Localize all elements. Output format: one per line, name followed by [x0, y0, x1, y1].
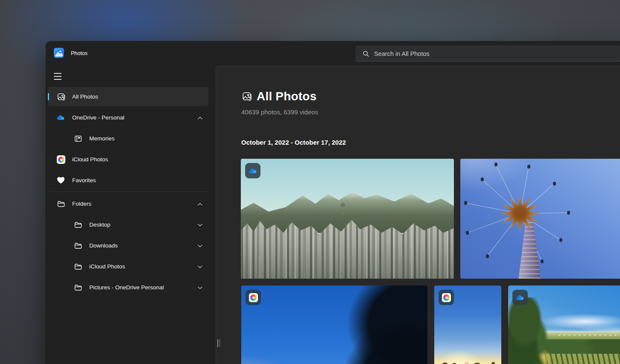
sidebar-item-label: iCloud Photos	[72, 156, 108, 163]
photo-stack-icon	[56, 92, 65, 101]
sidebar-item-label: Desktop	[89, 221, 111, 228]
desktop-background: { "window": { "app_title": "Photos", "se…	[0, 0, 620, 364]
photos-app-icon	[54, 48, 64, 58]
page-title: All Photos	[257, 90, 316, 103]
pane-resize-gripper[interactable]	[217, 339, 221, 347]
sidebar-item-icloud-photos[interactable]: iCloud Photos	[48, 150, 208, 169]
onedrive-badge	[245, 163, 260, 178]
app-title: Photos	[71, 50, 88, 56]
heart-icon	[56, 176, 65, 185]
photo-tree-silhouettes	[241, 285, 427, 364]
rider-silhouette	[559, 238, 562, 242]
folder-icon	[73, 283, 82, 292]
sidebar-item-label: Memories	[89, 135, 114, 142]
hamburger-menu-button[interactable]	[50, 69, 67, 84]
photo-thumbnail-dusk-bare-trees[interactable]	[241, 285, 427, 364]
rider-silhouette	[527, 165, 530, 169]
rider-silhouette	[481, 178, 484, 181]
chevron-down-icon[interactable]	[196, 283, 204, 292]
sidebar-item-icloud-photos-folder[interactable]: iCloud Photos	[48, 257, 208, 276]
library-counts: 40639 photos, 6399 videos	[241, 108, 318, 116]
search-input[interactable]	[374, 50, 620, 57]
onedrive-badge	[512, 290, 528, 305]
sidebar-item-label: iCloud Photos	[89, 263, 125, 270]
sidebar-item-label: Pictures - OneDrive Personal	[89, 284, 164, 291]
search-icon	[363, 50, 369, 57]
folder-icon	[56, 199, 65, 208]
main-content-panel: All Photos 40639 photos, 6399 videos Oct…	[216, 66, 620, 364]
title-bar: Photos	[46, 41, 620, 66]
folder-icon	[73, 262, 82, 271]
date-range-header[interactable]: October 1, 2022 - October 17, 2022	[241, 139, 346, 146]
icloud-badge	[439, 290, 454, 305]
icloud-flower-icon	[56, 155, 65, 164]
onedrive-cloud-icon	[56, 113, 65, 122]
sidebar-item-onedrive-personal[interactable]: OneDrive - Personal	[48, 108, 208, 127]
chevron-down-icon[interactable]	[196, 242, 204, 250]
icloud-badge	[246, 290, 261, 305]
sidebar-divider	[48, 192, 208, 192]
page-header: All Photos	[242, 90, 316, 103]
rider-silhouette	[541, 259, 544, 263]
photos-app-window: Photos All Photos	[46, 41, 620, 364]
photo-thumbnail-star-flyer-ride[interactable]	[460, 159, 620, 279]
rider-silhouette	[494, 163, 497, 166]
rider-silhouette	[486, 254, 489, 258]
rider-silhouette	[553, 182, 556, 186]
photo-sky	[460, 159, 620, 279]
chevron-up-icon[interactable]	[196, 114, 204, 122]
chevron-down-icon[interactable]	[196, 262, 204, 271]
chevron-down-icon[interactable]	[196, 221, 204, 229]
photo-large-tree	[508, 297, 549, 364]
folder-icon	[73, 241, 82, 250]
chevron-up-icon[interactable]	[196, 200, 204, 208]
sidebar-item-pictures-onedrive[interactable]: Pictures - OneDrive Personal	[48, 278, 208, 297]
sidebar-item-label: Folders	[72, 201, 91, 207]
sidebar-item-label: Downloads	[89, 242, 118, 249]
navigation-sidebar: All Photos OneDrive - Personal	[46, 66, 216, 364]
rider-silhouette	[466, 231, 469, 235]
nav-list: All Photos OneDrive - Personal	[48, 87, 208, 299]
sidebar-item-favorites[interactable]: Favorites	[48, 171, 208, 190]
sidebar-item-label: All Photos	[72, 93, 98, 100]
rider-silhouette	[567, 211, 570, 215]
photo-lookout-tower	[341, 203, 345, 207]
folder-icon	[73, 220, 82, 229]
sidebar-item-label: OneDrive - Personal	[72, 114, 124, 121]
photo-thumbnail-sunset-sky[interactable]	[434, 285, 501, 364]
rider-silhouette	[464, 201, 467, 205]
search-box[interactable]	[356, 46, 620, 61]
sidebar-item-downloads[interactable]: Downloads	[48, 236, 208, 255]
photo-thumbnail-tuscan-hills[interactable]	[508, 285, 620, 364]
sidebar-item-label: Favorites	[72, 177, 96, 183]
sidebar-item-desktop[interactable]: Desktop	[48, 215, 208, 234]
photo-stack-icon	[242, 91, 252, 102]
photo-thumbnail-city-and-mountains[interactable]	[241, 159, 454, 279]
sidebar-item-memories[interactable]: Memories	[48, 129, 208, 148]
sidebar-item-folders[interactable]: Folders	[48, 194, 208, 213]
memories-icon	[73, 134, 82, 143]
sidebar-item-all-photos[interactable]: All Photos	[48, 87, 208, 106]
